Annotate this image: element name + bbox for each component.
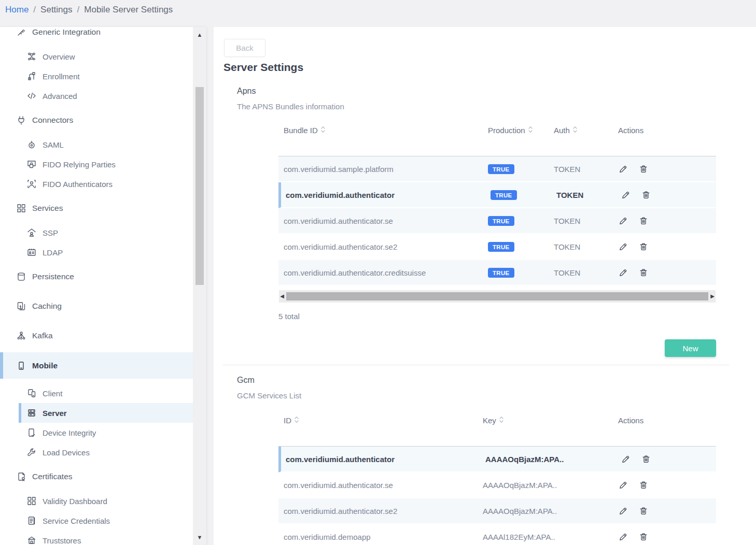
- row-actions: [618, 164, 716, 174]
- new-button[interactable]: New: [665, 339, 716, 357]
- gcm-table-row[interactable]: com.veridiumid.authenticatorAAAAOqBjazM:…: [278, 447, 716, 472]
- sidebar-item-label: Device Integrity: [43, 428, 96, 437]
- gcm-table-row[interactable]: com.veridiumid.authenticator.seAAAAOqBja…: [278, 472, 716, 498]
- gcm-id-cell: com.veridiumid.demoapp: [278, 533, 483, 541]
- sidebar-item-persistence[interactable]: Persistence: [0, 267, 193, 286]
- sidebar-item-device-integrity[interactable]: Device Integrity: [0, 423, 193, 442]
- sidebar-item-overview[interactable]: Overview: [0, 47, 193, 66]
- production-badge: TRUE: [488, 268, 514, 278]
- sidebar-item-truststores[interactable]: Truststores: [0, 530, 193, 545]
- apns-scrollbar-thumb[interactable]: [286, 292, 708, 300]
- delete-icon[interactable]: [639, 164, 648, 174]
- bundle-id-cell: com.veridiumid.authenticator: [281, 191, 491, 199]
- bundle-id-cell: com.veridiumid.authenticator.se: [278, 217, 488, 225]
- edit-icon[interactable]: [618, 268, 628, 278]
- delete-icon[interactable]: [639, 506, 648, 516]
- sidebar-item-enrollment[interactable]: Enrollment: [0, 66, 193, 86]
- delete-icon[interactable]: [641, 190, 651, 200]
- gcm-table-row[interactable]: com.veridiumid.demoappAAAAl182EyM:APA..: [278, 524, 716, 545]
- delete-icon[interactable]: [641, 454, 651, 464]
- sidebar-item-saml[interactable]: SAML: [0, 135, 193, 154]
- sidebar-item-server[interactable]: Server: [19, 403, 193, 423]
- edit-icon[interactable]: [618, 506, 628, 516]
- apns-section-subheading: The APNS Bundles information: [237, 102, 344, 111]
- sidebar-item-services[interactable]: Services: [0, 198, 193, 218]
- sidebar-item-certificates[interactable]: Certificates: [0, 467, 193, 486]
- row-actions: [618, 506, 716, 516]
- app-window: Home/Settings/Mobile Server Settings Gen…: [0, 0, 756, 545]
- sidebar-scrollbar[interactable]: ▲ ▼: [193, 27, 206, 545]
- sidebar-item-connectors[interactable]: Connectors: [0, 110, 193, 130]
- apns-section-heading: Apns: [237, 87, 256, 96]
- sidebar-item-label: Load Devices: [43, 448, 90, 457]
- gcm-column-header-id[interactable]: ID: [278, 416, 483, 425]
- gcm-key-cell: AAAAOqBjazM:APA..: [485, 455, 621, 464]
- sidebar-scrollbar-thumb[interactable]: [195, 87, 204, 285]
- sidebar-item-label: Advanced: [43, 92, 77, 101]
- delete-icon[interactable]: [639, 242, 648, 252]
- sidebar-item-client[interactable]: Client: [0, 383, 193, 403]
- apns-table-row[interactable]: com.veridiumid.authenticatorTRUETOKEN: [278, 182, 716, 208]
- scroll-left-arrow-icon[interactable]: ◀: [279, 290, 285, 303]
- edit-icon[interactable]: [618, 532, 628, 542]
- delete-icon[interactable]: [639, 480, 648, 490]
- sidebar-item-fido-relying-parties[interactable]: FIDO Relying Parties: [0, 154, 193, 174]
- edit-icon[interactable]: [618, 480, 628, 490]
- apns-table-row[interactable]: com.veridiumid.authenticator.se2TRUETOKE…: [278, 234, 716, 260]
- sidebar-item-ldap[interactable]: LDAP: [0, 242, 193, 262]
- sidebar-item-generic-integration[interactable]: Generic Integration: [0, 27, 193, 42]
- edit-icon[interactable]: [618, 164, 628, 174]
- back-button[interactable]: Back: [224, 39, 265, 57]
- delete-icon[interactable]: [639, 532, 648, 542]
- production-badge: TRUE: [488, 164, 514, 174]
- edit-icon[interactable]: [621, 454, 631, 464]
- sidebar-item-service-credentials[interactable]: Service Credentials: [0, 511, 193, 530]
- database-icon: [16, 271, 27, 282]
- apns-table-row[interactable]: com.veridiumid.sample.platformTRUETOKEN: [278, 156, 716, 182]
- apns-table-row[interactable]: com.veridiumid.authenticator.seTRUETOKEN: [278, 208, 716, 234]
- gcm-key-cell: AAAAOqBjazM:APA..: [483, 507, 618, 515]
- apns-horizontal-scrollbar[interactable]: ◀ ▶: [279, 290, 716, 303]
- sidebar-item-fido-authenticators[interactable]: FIDO Authenticators: [0, 174, 193, 194]
- production-cell: TRUE: [488, 268, 554, 278]
- production-badge: TRUE: [491, 190, 517, 200]
- gcm-header-row: IDKeyActions: [278, 414, 716, 447]
- delete-icon[interactable]: [639, 216, 648, 226]
- edit-icon[interactable]: [618, 216, 628, 226]
- sidebar-item-kafka[interactable]: Kafka: [0, 326, 193, 346]
- sidebar-item-mobile[interactable]: Mobile: [0, 352, 193, 379]
- sort-icon: [573, 126, 577, 135]
- gcm-key-cell: AAAAOqBjazM:APA..: [483, 481, 618, 490]
- scroll-down-arrow-icon[interactable]: ▼: [196, 534, 203, 541]
- scroll-up-arrow-icon[interactable]: ▲: [196, 31, 203, 38]
- sidebar-item-advanced[interactable]: Advanced: [0, 86, 193, 106]
- apns-column-header-production[interactable]: Production: [488, 126, 554, 135]
- sidebar-item-load-devices[interactable]: Load Devices: [0, 442, 193, 462]
- code-icon: [26, 90, 37, 102]
- sidebar-item-label: Validity Dashboard: [43, 497, 107, 506]
- gcm-key-cell: AAAAl182EyM:APA..: [483, 533, 618, 541]
- sidebar-item-label: Caching: [32, 302, 62, 311]
- edit-icon[interactable]: [618, 242, 628, 252]
- row-actions: [618, 242, 716, 252]
- column-label: ID: [284, 416, 291, 425]
- node-tree-icon: [16, 330, 27, 341]
- apns-table-row[interactable]: com.veridiumid.authenticator.creditsuiss…: [278, 260, 716, 286]
- sidebar-item-ssp[interactable]: SSP: [0, 223, 193, 242]
- sidebar-item-label: Connectors: [32, 116, 73, 125]
- row-actions: [618, 268, 716, 278]
- gcm-table-row[interactable]: com.veridiumid.authenticator.se2AAAAOqBj…: [278, 498, 716, 524]
- auth-cell: TOKEN: [556, 191, 621, 199]
- delete-icon[interactable]: [639, 268, 648, 278]
- apns-column-header-auth[interactable]: Auth: [554, 126, 618, 135]
- sidebar-item-validity-dashboard[interactable]: Validity Dashboard: [0, 491, 193, 511]
- person-brackets-icon: [26, 178, 37, 190]
- apns-column-header-bundle-id[interactable]: Bundle ID: [278, 126, 488, 135]
- sidebar-item-caching[interactable]: Caching: [0, 296, 193, 316]
- gcm-column-header-key[interactable]: Key: [483, 416, 618, 425]
- scroll-right-arrow-icon[interactable]: ▶: [709, 290, 716, 303]
- sort-icon: [499, 416, 503, 425]
- sidebar-nav: Generic IntegrationOverviewEnrollmentAdv…: [0, 27, 193, 545]
- edit-icon[interactable]: [621, 190, 631, 200]
- breadcrumb-item-home[interactable]: Home: [5, 5, 29, 15]
